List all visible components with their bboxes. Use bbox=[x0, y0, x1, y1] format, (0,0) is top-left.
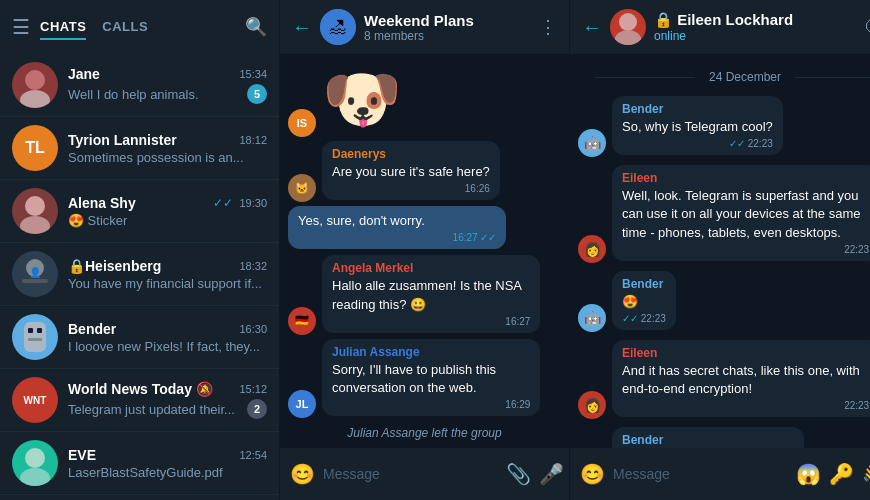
avatar-angela: 🇩🇪 bbox=[288, 307, 316, 335]
text-daenerys: Are you sure it's safe here? bbox=[332, 163, 490, 181]
bubble-outgoing: Yes, sure, don't worry. 16:27 ✓✓ bbox=[288, 206, 506, 249]
private-back-button[interactable]: ← bbox=[582, 16, 602, 39]
top-bar: ☰ CHATS CALLS 🔍 bbox=[0, 0, 279, 54]
sender-bender3: Bender bbox=[622, 433, 794, 447]
group-header-info: Weekend Plans 8 members bbox=[364, 12, 531, 43]
msg-row-bender1: 🤖 Bender So, why is Telegram cool? ✓✓ 22… bbox=[578, 96, 870, 157]
chat-name-worldnews: World News Today 🔕 bbox=[68, 381, 213, 397]
chat-item-heisenberg[interactable]: 👤 🔒Heisenberg 18:32 You have my financia… bbox=[0, 243, 279, 306]
emoji-icon[interactable]: 😊 bbox=[290, 462, 315, 486]
private-input-bar: 😊 😱 🔑 👋 ▶ bbox=[570, 448, 870, 500]
chat-item-tyrion[interactable]: TL Tyrion Lannister 18:12 Sometimes poss… bbox=[0, 117, 279, 180]
svg-point-3 bbox=[20, 216, 50, 234]
chat-time-heisenberg: 18:32 bbox=[239, 260, 267, 272]
chat-time-worldnews: 15:12 bbox=[239, 383, 267, 395]
svg-rect-9 bbox=[28, 328, 33, 333]
avatar-tyrion: TL bbox=[12, 125, 58, 171]
avatar-daenerys: 🐱 bbox=[288, 174, 316, 202]
sender-bender1: Bender bbox=[622, 102, 773, 116]
menu-icon[interactable]: ☰ bbox=[12, 15, 30, 39]
emoji2-icon[interactable]: 😱 bbox=[796, 462, 821, 486]
sender-daenerys: Daenerys bbox=[332, 147, 490, 161]
back-button[interactable]: ← bbox=[292, 16, 312, 39]
chat-name-tyrion: Tyrion Lannister bbox=[68, 132, 177, 148]
time-bender1: ✓✓ 22:23 bbox=[622, 138, 773, 149]
avatar-julian: JL bbox=[288, 390, 316, 418]
group-chat-panel: ← 🏖 Weekend Plans 8 members ⋮ IS 🐶 🐱 Dae… bbox=[280, 0, 570, 500]
sticker-emoji: 🐶 bbox=[322, 62, 402, 137]
chat-info-alena: Alena Shy ✓✓ 19:30 😍 Sticker bbox=[68, 195, 267, 228]
chat-preview-bender: I looove new Pixels! If fact, they... bbox=[68, 339, 267, 354]
avatar-bender bbox=[12, 314, 58, 360]
more-options-icon[interactable]: ⋮ bbox=[539, 16, 557, 38]
chat-item-jane[interactable]: Jane 15:34 Well I do help animals. 5 bbox=[0, 54, 279, 117]
chat-item-worldnews[interactable]: WNT World News Today 🔕 15:12 Telegram ju… bbox=[0, 369, 279, 432]
lock-icon: 🔒 bbox=[654, 11, 673, 28]
msg-row-bender3: 🤖 Bender End encryption to what end?? ✓✓… bbox=[578, 427, 870, 448]
chat-preview-jane: Well I do help animals. bbox=[68, 87, 199, 102]
svg-point-12 bbox=[25, 448, 45, 468]
text-outgoing: Yes, sure, don't worry. bbox=[298, 212, 496, 230]
private-chat-header: ← 🔒 Eileen Lockhard online ⏱ ⋮ bbox=[570, 0, 870, 54]
text-bender1: So, why is Telegram cool? bbox=[622, 118, 773, 136]
chat-preview-eve: LaserBlastSafetyGuide.pdf bbox=[68, 465, 267, 480]
private-message-input[interactable] bbox=[613, 466, 788, 482]
msg-row-eileen1: 👩 Eileen Well, look. Telegram is superfa… bbox=[578, 165, 870, 263]
mic-icon[interactable]: 🎤 bbox=[539, 462, 564, 486]
checkmark-alena: ✓✓ bbox=[213, 196, 233, 210]
wave-icon[interactable]: 👋 bbox=[862, 462, 870, 486]
group-avatar: 🏖 bbox=[320, 9, 356, 45]
chat-item-bender[interactable]: Bender 16:30 I looove new Pixels! If fac… bbox=[0, 306, 279, 369]
chat-name-jane: Jane bbox=[68, 66, 100, 82]
bubble-daenerys: Daenerys Are you sure it's safe here? 16… bbox=[322, 141, 500, 200]
chat-list: Jane 15:34 Well I do help animals. 5 TL … bbox=[0, 54, 279, 500]
time-eileen2: 22:23 bbox=[622, 400, 869, 411]
timer-icon[interactable]: ⏱ bbox=[864, 16, 870, 38]
chat-preview-heisenberg: You have my financial support if... bbox=[68, 276, 267, 291]
avatar-bender-chat: 🤖 bbox=[578, 129, 606, 157]
chat-info-worldnews: World News Today 🔕 15:12 Telegram just u… bbox=[68, 381, 267, 419]
bubble-bender2: Bender 😍 ✓✓ 22:23 bbox=[612, 271, 676, 330]
chat-time-jane: 15:34 bbox=[239, 68, 267, 80]
tab-calls[interactable]: CALLS bbox=[102, 15, 148, 40]
svg-rect-8 bbox=[24, 322, 46, 352]
text-angela: Hallo alle zusammen! Is the NSA reading … bbox=[332, 277, 530, 313]
bubble-angela: Angela Merkel Hallo alle zusammen! Is th… bbox=[322, 255, 540, 332]
svg-point-0 bbox=[25, 70, 45, 90]
avatar-jane bbox=[12, 62, 58, 108]
group-message-input[interactable] bbox=[323, 466, 498, 482]
text-julian: Sorry, I'll have to publish this convers… bbox=[332, 361, 530, 397]
date-divider: 24 December bbox=[578, 62, 870, 92]
chat-item-nick[interactable]: Nick 22 bbox=[0, 495, 279, 500]
svg-text:🏖: 🏖 bbox=[329, 17, 347, 37]
badge-jane: 5 bbox=[247, 84, 267, 104]
private-header-actions: ⏱ ⋮ bbox=[864, 16, 870, 38]
chat-item-eve[interactable]: EVE 12:54 LaserBlastSafetyGuide.pdf bbox=[0, 432, 279, 495]
svg-text:👤: 👤 bbox=[29, 266, 42, 279]
tab-chats[interactable]: CHATS bbox=[40, 15, 86, 40]
key-icon[interactable]: 🔑 bbox=[829, 462, 854, 486]
sender-angela: Angela Merkel bbox=[332, 261, 530, 275]
sender-eileen2: Eileen bbox=[622, 346, 869, 360]
chat-name-heisenberg: 🔒Heisenberg bbox=[68, 258, 161, 274]
sender-bender2: Bender bbox=[622, 277, 666, 291]
search-icon[interactable]: 🔍 bbox=[245, 16, 267, 38]
system-msg-julian: Julian Assange left the group bbox=[288, 422, 561, 444]
msg-sticker: IS 🐶 bbox=[288, 62, 561, 137]
group-header-actions: ⋮ bbox=[539, 16, 557, 38]
chat-info-eve: EVE 12:54 LaserBlastSafetyGuide.pdf bbox=[68, 447, 267, 480]
private-messages: 24 December 🤖 Bender So, why is Telegram… bbox=[570, 54, 870, 448]
attach-icon[interactable]: 📎 bbox=[506, 462, 531, 486]
time-daenerys: 16:26 bbox=[332, 183, 490, 194]
time-julian: 16:29 bbox=[332, 399, 530, 410]
msg-row-bender2: 🤖 Bender 😍 ✓✓ 22:23 bbox=[578, 271, 870, 332]
bubble-julian: Julian Assange Sorry, I'll have to publi… bbox=[322, 339, 540, 416]
msg-outgoing-sure: Yes, sure, don't worry. 16:27 ✓✓ bbox=[288, 206, 561, 251]
emoji-icon-private[interactable]: 😊 bbox=[580, 462, 605, 486]
chat-item-alena[interactable]: Alena Shy ✓✓ 19:30 😍 Sticker bbox=[0, 180, 279, 243]
chat-preview-worldnews: Telegram just updated their... bbox=[68, 402, 235, 417]
bubble-eileen2: Eileen And it has secret chats, like thi… bbox=[612, 340, 870, 417]
avatar-eileen-chat2: 👩 bbox=[578, 391, 606, 419]
chat-info-tyrion: Tyrion Lannister 18:12 Sometimes possess… bbox=[68, 132, 267, 165]
avatar-worldnews: WNT bbox=[12, 377, 58, 423]
